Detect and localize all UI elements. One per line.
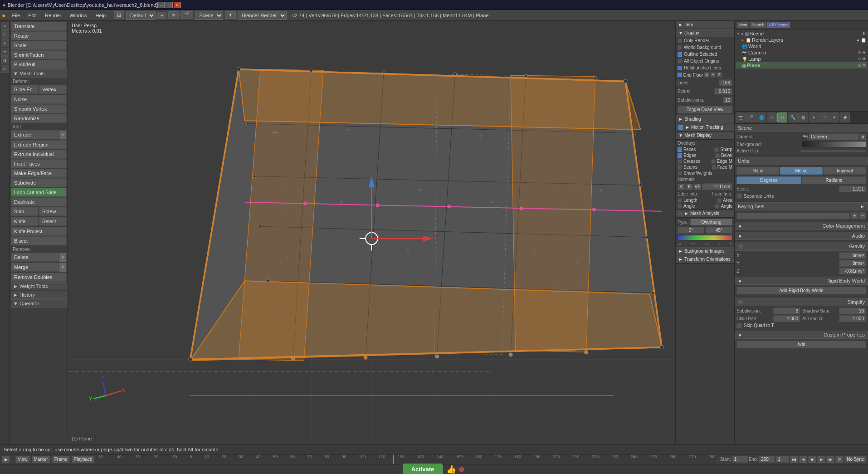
angle-0[interactable]: 0° [678, 227, 704, 234]
randomize-btn[interactable]: Randomize [11, 114, 67, 123]
start-frame-input[interactable] [732, 456, 748, 463]
plane-eye-icon[interactable]: 👁 [862, 63, 866, 68]
shading-icon[interactable]: ◑ [1, 56, 9, 64]
translate-btn[interactable]: Translate [11, 22, 67, 31]
lines-value[interactable]: 168 [719, 79, 732, 86]
camera-close-btn[interactable]: ✕ [860, 134, 866, 140]
seams-toggle[interactable] [678, 165, 682, 170]
layout-select[interactable]: Default [126, 11, 156, 20]
audio-header[interactable]: ► Audio [735, 232, 868, 240]
view-icon[interactable]: ◫ [1, 30, 9, 39]
knife-project-btn[interactable]: Knife Project [11, 227, 67, 236]
weight-tools-header[interactable]: ► Weight Tools [11, 282, 67, 290]
merge-btn[interactable]: Merge [11, 263, 59, 272]
transform-orient-header[interactable]: ► Transform Orientations [676, 255, 734, 264]
create-icon[interactable]: ✦ [1, 39, 9, 47]
faces-toggle[interactable] [678, 147, 682, 152]
face-m-toggle[interactable] [712, 165, 716, 170]
add-screen-btn[interactable]: + [157, 12, 166, 19]
grav-z-value[interactable]: -9.81m/s² [839, 268, 866, 274]
make-edge-face-btn[interactable]: Make Edge/Face [11, 169, 67, 178]
vertex-btn[interactable]: Vertex [39, 85, 67, 94]
delete-dropdown[interactable]: ▼ [59, 253, 67, 262]
camera-prop-value[interactable]: Camera [809, 133, 859, 140]
delete-btn[interactable]: Delete [11, 253, 59, 262]
knife-btn[interactable]: Knife [11, 217, 39, 226]
angle1-toggle[interactable] [678, 204, 682, 209]
keying-plus-btn[interactable]: + [851, 212, 858, 219]
extrude-btn[interactable]: Extrude [11, 130, 59, 139]
select-btn[interactable]: Select [39, 217, 67, 226]
history-header[interactable]: ► History [11, 291, 67, 299]
separate-units-check[interactable] [736, 193, 742, 199]
ao-value[interactable]: 1.000 [839, 315, 866, 322]
units-section-header[interactable]: Units [735, 157, 868, 165]
imperial-btn[interactable]: Imperial [823, 167, 866, 175]
outline-selected-toggle[interactable] [678, 52, 682, 57]
motion-tracking-header[interactable]: ► Motion Tracking [676, 123, 734, 132]
noise-btn[interactable]: Noise [11, 95, 67, 104]
normals-vf-btn[interactable]: VF [694, 184, 701, 190]
radians-btn[interactable]: Radians [802, 176, 867, 184]
outliner-all-scenes-btn[interactable]: All Scenes [767, 22, 790, 28]
all-obj-origins-toggle[interactable] [678, 59, 682, 64]
active-clip-value[interactable] [800, 150, 866, 152]
scene-icon-btn[interactable]: 🎬 [180, 11, 193, 19]
timeline-playback-btn[interactable]: Playback [72, 456, 95, 463]
scene-eye-icon[interactable]: 👁 [862, 31, 866, 36]
thumb-up-icon[interactable]: 👍 [446, 464, 456, 474]
gravity-header[interactable]: Gravity [735, 242, 868, 251]
edge-m-toggle[interactable] [711, 159, 716, 164]
outliner-world[interactable]: 🌐 World [736, 43, 867, 49]
screens-btn[interactable]: ⊞ [114, 11, 124, 19]
grid-floor-toggle[interactable] [678, 73, 682, 77]
extrude-dropdown[interactable]: ▼ [59, 130, 67, 140]
rotate-btn[interactable]: Rotate [11, 31, 67, 40]
relations-icon[interactable]: ⚏ [1, 48, 9, 56]
overhang-btn[interactable]: Overhang [690, 219, 732, 225]
add-custom-prop-btn[interactable]: Add [736, 341, 866, 348]
scene-section-header[interactable]: Scene [735, 124, 868, 132]
only-render-toggle[interactable] [678, 39, 682, 43]
extrude-individual-btn[interactable]: Extrude Individual [11, 150, 67, 159]
menu-file[interactable]: File [8, 12, 24, 19]
grid-z-btn[interactable]: Z [717, 72, 722, 78]
grid-x-btn[interactable]: X [704, 72, 709, 78]
outliner-plane[interactable]: ▦ Plane ⊙ 👁 [736, 62, 867, 68]
operator-header[interactable]: ▼ Operator [11, 299, 67, 308]
end-frame-input[interactable] [759, 456, 775, 463]
shading-header[interactable]: ► Shading [676, 115, 734, 123]
bisect-btn[interactable]: Bisect [11, 236, 67, 245]
display-header[interactable]: ▼ Display [676, 29, 734, 37]
modifiers-btn[interactable]: 🔧 [788, 112, 798, 122]
scene-props-btn[interactable]: 🎬 [746, 112, 756, 122]
mesh-display-header[interactable]: ▼ Mesh Display [676, 132, 734, 140]
creases-toggle[interactable] [678, 159, 682, 164]
normals-v-btn[interactable]: V [678, 184, 685, 190]
skip-end-btn[interactable]: ⏭ [826, 456, 834, 463]
no-sync-btn[interactable]: No Sync [844, 456, 866, 463]
simplify-check[interactable] [738, 299, 743, 305]
grid-y-btn[interactable]: Y [710, 72, 716, 78]
skip-start-btn[interactable]: ⏮ [790, 456, 798, 463]
skip-quad-check[interactable] [736, 323, 742, 328]
material-btn[interactable]: ● [809, 112, 819, 122]
render-props-btn[interactable]: 📷 [736, 112, 746, 122]
menu-edit[interactable]: Edit [24, 12, 40, 19]
push-btn[interactable]: Push/Pull [11, 60, 67, 69]
record-icon[interactable]: ⏺ [458, 465, 465, 474]
child-part-value[interactable]: 1.000 [773, 315, 800, 322]
grease-pencil-icon[interactable]: ✏ [1, 65, 9, 73]
minimize-btn[interactable]: ─ [157, 2, 165, 8]
activate-button[interactable]: Activate [403, 464, 443, 474]
edges-toggle[interactable] [678, 153, 682, 158]
camera-restrict-icon[interactable]: ⊙ [858, 50, 861, 55]
physics-btn[interactable]: ⚡ [840, 112, 850, 122]
grav-y-value[interactable]: 0m/s² [839, 260, 866, 267]
plane-restrict-icon[interactable]: ⊙ [858, 63, 861, 68]
world-props-btn[interactable]: 🌐 [756, 112, 766, 122]
show-weights-toggle[interactable] [678, 171, 682, 176]
constraints-btn[interactable]: ⛓ [777, 112, 787, 122]
smooth-vertex-btn[interactable]: Smooth Vertex [11, 104, 67, 113]
object-props-btn[interactable]: ⬡ [767, 112, 777, 122]
